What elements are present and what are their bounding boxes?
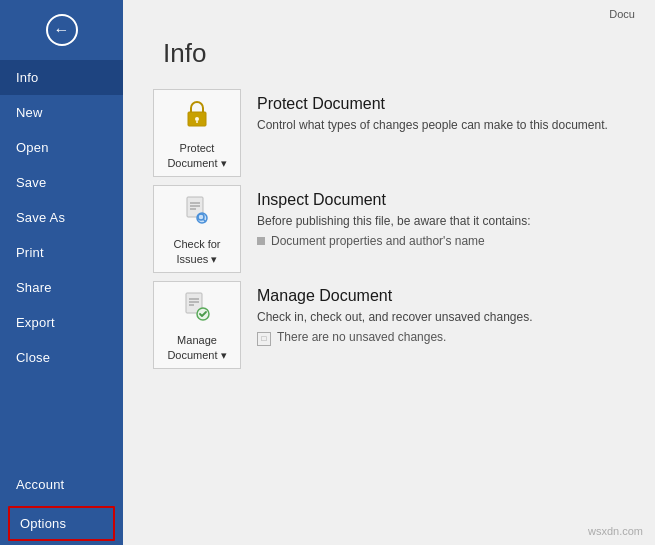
sidebar-item-close[interactable]: Close [0, 340, 123, 375]
sidebar-item-print[interactable]: Print [0, 235, 123, 270]
sidebar-item-open[interactable]: Open [0, 130, 123, 165]
manage-icon [179, 288, 215, 329]
sidebar: ← Info New Open Save Save As Print Share… [0, 0, 123, 545]
sidebar-spacer [0, 375, 123, 467]
title-bar: Docu [123, 0, 655, 24]
sidebar-nav: Info New Open Save Save As Print Share E… [0, 60, 123, 545]
sidebar-item-info[interactable]: Info [0, 60, 123, 95]
protect-document-label: ProtectDocument ▾ [167, 141, 226, 170]
manage-document-title: Manage Document [257, 287, 533, 305]
protect-document-button[interactable]: ProtectDocument ▾ [153, 89, 241, 177]
manage-document-label: ManageDocument ▾ [167, 333, 226, 362]
manage-document-text: Manage Document Check in, check out, and… [257, 281, 533, 346]
inspect-document-text: Inspect Document Before publishing this … [257, 185, 531, 248]
protect-document-text: Protect Document Control what types of c… [257, 89, 608, 138]
manage-detail-text: There are no unsaved changes. [277, 330, 446, 344]
doc-bullet-icon: □ [257, 332, 271, 346]
protect-document-card: ProtectDocument ▾ Protect Document Contr… [153, 89, 625, 177]
sidebar-item-new[interactable]: New [0, 95, 123, 130]
inspect-document-detail: Document properties and author's name [257, 234, 531, 248]
svg-point-1 [195, 117, 199, 121]
sidebar-item-account[interactable]: Account [0, 467, 123, 502]
manage-document-card: ManageDocument ▾ Manage Document Check i… [153, 281, 625, 369]
protect-document-title: Protect Document [257, 95, 608, 113]
page-title: Info [123, 24, 655, 89]
inspect-document-description: Before publishing this file, be aware th… [257, 213, 531, 230]
main-content: Docu Info ProtectDocument ▾ Protect Docu… [123, 0, 655, 545]
manage-document-detail: □ There are no unsaved changes. [257, 330, 533, 346]
inspect-detail-text: Document properties and author's name [271, 234, 485, 248]
title-bar-text: Docu [609, 8, 635, 20]
check-for-issues-label: Check forIssues ▾ [173, 237, 220, 266]
sidebar-item-save[interactable]: Save [0, 165, 123, 200]
bullet-icon [257, 237, 265, 245]
inspect-icon [179, 192, 215, 233]
check-for-issues-button[interactable]: Check forIssues ▾ [153, 185, 241, 273]
lock-icon [179, 96, 215, 137]
inspect-document-card: Check forIssues ▾ Inspect Document Befor… [153, 185, 625, 273]
sidebar-item-share[interactable]: Share [0, 270, 123, 305]
inspect-document-title: Inspect Document [257, 191, 531, 209]
protect-document-description: Control what types of changes people can… [257, 117, 608, 134]
manage-document-button[interactable]: ManageDocument ▾ [153, 281, 241, 369]
sidebar-item-save-as[interactable]: Save As [0, 200, 123, 235]
info-cards: ProtectDocument ▾ Protect Document Contr… [123, 89, 655, 369]
sidebar-item-export[interactable]: Export [0, 305, 123, 340]
back-button[interactable]: ← [0, 0, 123, 60]
manage-document-description: Check in, check out, and recover unsaved… [257, 309, 533, 326]
watermark: wsxdn.com [588, 525, 643, 537]
sidebar-item-options[interactable]: Options [8, 506, 115, 541]
back-circle-icon: ← [46, 14, 78, 46]
